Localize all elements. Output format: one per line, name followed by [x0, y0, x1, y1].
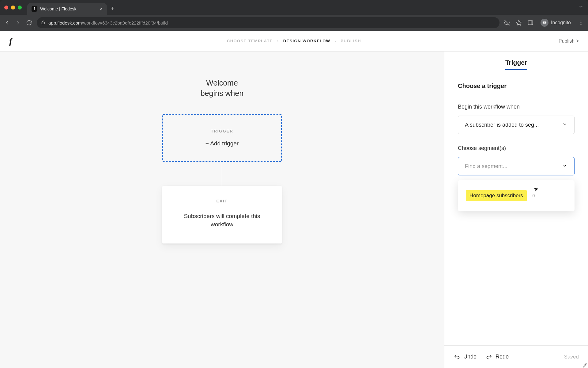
exit-card-description: Subscribers will complete this workflow: [175, 212, 270, 229]
window-controls: [4, 6, 22, 10]
segment-option-count: 0: [532, 193, 535, 198]
panel-footer: Undo Redo Saved: [444, 345, 588, 368]
trigger-card-label: TRIGGER: [211, 129, 233, 133]
maximize-window-icon[interactable]: [18, 6, 22, 10]
chevron-down-icon: [562, 163, 567, 170]
url-text: app.flodesk.com/workflow/6343c2ba9dfe222…: [48, 20, 168, 25]
chevron-right-icon: ›: [335, 39, 337, 43]
segment-dropdown: ➤ Homepage subscribers 0: [458, 180, 575, 211]
close-window-icon[interactable]: [4, 6, 8, 10]
svg-point-6: [545, 22, 546, 24]
redo-button[interactable]: Redo: [486, 354, 509, 360]
svg-point-8: [581, 22, 582, 23]
exit-card-label: EXIT: [175, 199, 270, 203]
url-field[interactable]: app.flodesk.com/workflow/6343c2ba9dfe222…: [37, 17, 499, 28]
begin-workflow-label: Begin this workflow when: [458, 104, 575, 110]
resize-handle-icon[interactable]: [582, 362, 587, 367]
trigger-side-panel: Trigger Choose a trigger Begin this work…: [444, 52, 588, 368]
choose-segments-label: Choose segment(s): [458, 145, 575, 151]
new-tab-button[interactable]: +: [111, 5, 114, 12]
undo-label: Undo: [463, 354, 477, 360]
canvas-title-line1: Welcome: [201, 78, 243, 88]
breadcrumb-publish[interactable]: PUBLISH: [341, 39, 361, 43]
svg-rect-3: [528, 21, 533, 25]
svg-point-9: [581, 24, 582, 25]
publish-link[interactable]: Publish >: [559, 38, 579, 44]
tab-favicon-icon: f: [32, 6, 37, 12]
svg-point-5: [543, 22, 544, 24]
address-bar: app.flodesk.com/workflow/6343c2ba9dfe222…: [0, 15, 588, 31]
chevron-down-icon: [562, 121, 567, 128]
flodesk-logo[interactable]: f: [9, 36, 12, 46]
incognito-icon: [541, 19, 548, 27]
cursor-icon: ➤: [533, 185, 540, 193]
workflow-breadcrumb: CHOOSE TEMPLATE › DESIGN WORKFLOW › PUBL…: [227, 39, 361, 43]
trigger-card[interactable]: TRIGGER + Add trigger: [162, 114, 282, 162]
exit-card[interactable]: EXIT Subscribers will complete this work…: [162, 186, 282, 243]
close-tab-icon[interactable]: ×: [100, 6, 103, 12]
chevron-right-icon: ›: [277, 39, 279, 43]
redo-label: Redo: [496, 354, 509, 360]
canvas-title-line2: begins when: [201, 88, 243, 99]
tab-title: Welcome | Flodesk: [40, 6, 97, 11]
svg-marker-2: [516, 20, 522, 25]
panel-heading: Choose a trigger: [458, 82, 575, 90]
add-trigger-button[interactable]: + Add trigger: [205, 140, 239, 147]
tabs-menu-icon[interactable]: [578, 4, 584, 11]
url-path: /workflow/6343c2ba9dfe222fffd20f34/build: [82, 20, 168, 25]
svg-rect-0: [42, 22, 44, 24]
connector-line: [222, 162, 222, 186]
app-header: f CHOOSE TEMPLATE › DESIGN WORKFLOW › PU…: [0, 31, 588, 52]
undo-button[interactable]: Undo: [454, 354, 477, 360]
browser-tab[interactable]: f Welcome | Flodesk ×: [27, 3, 107, 15]
trigger-type-value: A subscriber is added to seg...: [465, 122, 539, 128]
browser-titlebar: f Welcome | Flodesk × +: [0, 0, 588, 15]
minimize-window-icon[interactable]: [11, 6, 15, 10]
eye-off-icon[interactable]: [504, 19, 511, 26]
workflow-canvas: Welcome begins when TRIGGER + Add trigge…: [0, 52, 444, 368]
svg-point-7: [581, 21, 582, 21]
segment-combobox[interactable]: [458, 157, 575, 175]
breadcrumb-choose-template[interactable]: CHOOSE TEMPLATE: [227, 39, 273, 43]
saved-status: Saved: [564, 354, 579, 360]
url-host: app.flodesk.com: [48, 20, 82, 25]
reload-button[interactable]: [26, 19, 32, 26]
incognito-label: Incognito: [551, 20, 571, 25]
back-button[interactable]: [4, 19, 10, 26]
side-panel-icon[interactable]: [527, 19, 534, 26]
star-icon[interactable]: [515, 19, 522, 26]
segment-option[interactable]: Homepage subscribers: [466, 190, 527, 201]
panel-tab-trigger[interactable]: Trigger: [505, 59, 527, 70]
forward-button[interactable]: [15, 19, 21, 26]
breadcrumb-design-workflow[interactable]: DESIGN WORKFLOW: [283, 39, 330, 43]
lock-icon: [41, 20, 45, 25]
segment-search-input[interactable]: [465, 163, 547, 170]
trigger-type-select[interactable]: A subscriber is added to seg...: [458, 116, 575, 134]
incognito-indicator[interactable]: Incognito: [539, 17, 573, 28]
canvas-title: Welcome begins when: [201, 78, 243, 99]
kebab-menu-icon[interactable]: [578, 19, 584, 26]
